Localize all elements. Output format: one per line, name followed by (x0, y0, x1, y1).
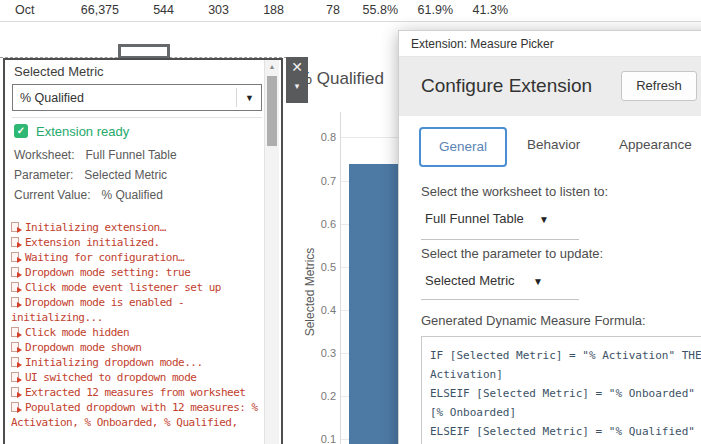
log-text: Dropdown mode shown (25, 341, 141, 354)
app-root: Oct 66,375 544 303 188 78 55.8% 61.9% 41… (0, 0, 701, 444)
log-text: Extension initialized. (25, 236, 160, 249)
parameter-select-caret-icon[interactable]: ▼ (533, 276, 543, 287)
parameter-name-label: Selected Metric (14, 64, 104, 79)
log-doc-icon (11, 342, 19, 352)
worksheet-select-value[interactable]: Full Funnel Table (425, 211, 524, 226)
y-tick-label: 0.7 (312, 175, 336, 187)
log-text: Click mode event listener set up (25, 281, 221, 294)
worksheet-select-caret-icon[interactable]: ▼ (539, 214, 549, 225)
log-text: Extracted 12 measures from worksheet (25, 386, 245, 399)
metric-dropdown-value: % Qualified (20, 91, 84, 105)
info-worksheet: Worksheet:Full Funnel Table (14, 148, 177, 162)
tab-general[interactable]: General (419, 127, 507, 167)
drag-handle[interactable] (118, 44, 170, 59)
formula-line: [% Onboarded] (430, 403, 701, 422)
log-doc-icon (11, 402, 19, 412)
info-label: Parameter: (14, 168, 73, 182)
formula-line: ELSEIF [Selected Metric] = "% Onboarded"… (430, 384, 701, 403)
log-doc-icon (11, 327, 19, 337)
table-cell-month[interactable]: Oct (15, 3, 34, 17)
log-entry: Click mode hidden (11, 325, 265, 340)
log-doc-icon (11, 222, 19, 232)
y-tick-label: 0.2 (312, 390, 336, 402)
log-entry: Extension initialized. (11, 235, 265, 250)
dialog-titlebar[interactable]: Extension: Measure Picker (399, 31, 701, 57)
scrollbar-thumb[interactable] (267, 76, 277, 146)
worksheet-select-underline (421, 239, 579, 240)
y-tick-label: 0.1 (312, 433, 336, 444)
y-tick-label: 0.4 (312, 304, 336, 316)
refresh-button[interactable]: Refresh (621, 71, 697, 101)
info-current-value: Current Value:% Qualified (14, 188, 163, 202)
info-value: Full Funnel Table (85, 148, 176, 162)
info-value: Selected Metric (84, 168, 167, 182)
parameter-select-underline (421, 299, 579, 300)
log-doc-icon (11, 267, 19, 277)
status-text: Extension ready (36, 124, 129, 139)
log-text: Populated dropdown with 12 measures: % A… (11, 401, 258, 429)
scroll-up-icon[interactable]: ▲ (265, 60, 279, 74)
dropdown-caret-icon[interactable]: ▼ (245, 93, 254, 103)
log-doc-icon (11, 372, 19, 382)
dialog-heading: Configure Extension (421, 75, 592, 97)
gridline (341, 137, 398, 138)
log-entry: Dropdown mode is enabled - initializing.… (11, 295, 265, 325)
log-entry: Extracted 12 measures from worksheet (11, 385, 265, 400)
chart-bar[interactable] (349, 164, 401, 444)
dialog-title: Extension: Measure Picker (411, 37, 554, 51)
parameter-select-value[interactable]: Selected Metric (425, 273, 515, 288)
info-value: % Qualified (101, 188, 162, 202)
debug-log: Initializing extension… Extension initia… (11, 220, 265, 430)
log-text: Click mode hidden (25, 326, 129, 339)
log-text: Initializing dropdown mode... (25, 356, 203, 369)
info-label: Worksheet: (14, 148, 74, 162)
log-entry: Dropdown mode setting: true (11, 265, 265, 280)
more-options-icon[interactable]: ▾ (286, 81, 308, 91)
y-axis-line (340, 112, 341, 444)
log-text: Initializing extension… (25, 221, 166, 234)
y-axis-title: Selected Metrics (303, 237, 317, 347)
dialog-header: Configure Extension Refresh (399, 57, 701, 116)
extension-panel: Selected Metric % Qualified ▼ ✓ Extensio… (3, 58, 283, 444)
y-tick-label: 0.8 (312, 131, 336, 143)
ready-checkbox-icon: ✓ (14, 124, 28, 138)
formula-line: IF [Selected Metric] = "% Activation" TH… (430, 346, 701, 365)
log-doc-icon (11, 357, 19, 367)
y-tick-label: 0.5 (312, 261, 336, 273)
formula-line: Activation] (430, 365, 701, 384)
tab-appearance[interactable]: Appearance (619, 137, 692, 152)
log-doc-icon (11, 387, 19, 397)
panel-scrollbar[interactable]: ▲ (264, 60, 279, 444)
dropdown-separator (236, 88, 237, 107)
log-doc-icon (11, 237, 19, 247)
y-tick-label: 0.3 (312, 347, 336, 359)
table-cell-value[interactable]: 41.3% (428, 3, 508, 17)
log-text: Dropdown mode setting: true (25, 266, 190, 279)
tab-behavior[interactable]: Behavior (527, 137, 580, 152)
worksheet-select-label: Select the worksheet to listen to: (421, 184, 608, 199)
formula-label: Generated Dynamic Measure Formula: (421, 313, 646, 328)
log-entry: Populated dropdown with 12 measures: % A… (11, 400, 265, 430)
floating-object-controls: ✕ ▾ (286, 57, 308, 103)
info-parameter: Parameter:Selected Metric (14, 168, 167, 182)
log-entry: UI switched to dropdown mode (11, 370, 265, 385)
chart-title: % Qualified (297, 69, 384, 89)
info-label: Current Value: (14, 188, 90, 202)
log-entry: Dropdown mode shown (11, 340, 265, 355)
parameter-select-label: Select the parameter to update: (421, 246, 603, 261)
log-doc-icon (11, 252, 19, 262)
divider (12, 117, 262, 118)
log-entry: Initializing dropdown mode... (11, 355, 265, 370)
metric-dropdown[interactable]: % Qualified ▼ (12, 84, 262, 111)
funnel-table-row[interactable]: Oct 66,375 544 303 188 78 55.8% 61.9% 41… (0, 0, 701, 22)
log-text: Dropdown mode is enabled - initializing.… (11, 296, 184, 324)
dialog-tabs: General Behavior Appearance (399, 116, 701, 168)
formula-code-box[interactable]: IF [Selected Metric] = "% Activation" TH… (421, 336, 701, 444)
configure-extension-dialog: Extension: Measure Picker Configure Exte… (398, 30, 701, 444)
log-doc-icon (11, 297, 19, 307)
log-entry: Click mode event listener set up (11, 280, 265, 295)
log-entry: Initializing extension… (11, 220, 265, 235)
formula-line: ELSEIF [Selected Metric] = "% Qualified"… (430, 422, 701, 441)
close-icon[interactable]: ✕ (286, 59, 308, 75)
log-text: Waiting for configuration… (25, 251, 184, 264)
